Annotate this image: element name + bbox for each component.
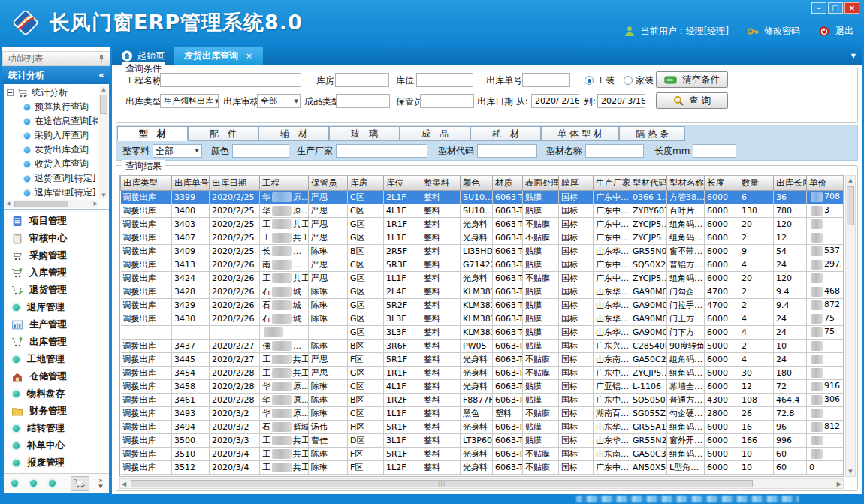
material-tab[interactable]: 配 件 <box>188 126 258 141</box>
color-input[interactable] <box>232 144 289 158</box>
material-tab[interactable]: 成 品 <box>400 126 470 141</box>
column-header[interactable]: 出库长度 <box>774 176 807 190</box>
scroll-thumb[interactable]: ||| <box>131 480 753 487</box>
column-header[interactable]: 型材代码 <box>630 176 667 190</box>
scroll-thumb[interactable] <box>847 186 854 225</box>
search-button[interactable]: 查 询 <box>656 92 728 109</box>
scroll-thumb[interactable] <box>100 95 107 114</box>
table-row[interactable]: 调拨出库34542020/2/28工共工程严思G区1R1F整料光身料6063-T… <box>121 366 844 379</box>
column-header[interactable]: 材质 <box>493 176 523 190</box>
scroll-right-icon[interactable]: ▶ <box>837 481 841 487</box>
sidebar-menu-item[interactable]: 退库管理 <box>4 299 109 316</box>
column-header[interactable]: 单价 <box>807 176 841 190</box>
tree-item[interactable]: 采购入库查询 <box>7 128 98 143</box>
warehouse-input[interactable] <box>335 73 389 87</box>
scroll-left-icon[interactable]: ◀ <box>122 481 126 487</box>
sidebar-menu-item[interactable]: 补单中心 <box>4 437 109 454</box>
tab-shipping-outbound-query[interactable]: 发货出库查询 × <box>174 47 263 65</box>
table-row[interactable]: 调拨出库34372020/2/27佛…陈琳B区3R6F整料PW056063-T5… <box>121 339 844 352</box>
sidebar-menu-item[interactable]: 出库管理 <box>4 333 109 351</box>
table-row[interactable]: 调拨出库35122020/3/4工共工程陈琳F区1L2F整料光身料6063-T5… <box>121 460 844 474</box>
tree-item[interactable]: 预算执行查询 <box>7 100 98 114</box>
column-header[interactable]: 生产厂家 <box>594 176 630 190</box>
project-name-input[interactable] <box>160 73 301 87</box>
table-row[interactable]: 调拨出库34282020/2/26石城陈琳G区2L4F整料KLM38176063… <box>121 285 844 298</box>
table-row[interactable]: 调拨出库34242020/2/26工共工程严思G区1L1F整料光身料6063-T… <box>121 271 844 285</box>
column-header[interactable]: 出库日期 <box>210 176 260 190</box>
length-input[interactable] <box>693 144 736 158</box>
table-row[interactable]: 调拨出库34132020/2/26南…严思C区5R3F整料G714226063-… <box>121 258 844 271</box>
sidebar-section-header[interactable]: 统计分析 « <box>2 66 110 84</box>
close-button[interactable]: × <box>844 2 859 14</box>
sidebar-menu-item[interactable]: 仓储管理 <box>4 368 109 385</box>
column-header[interactable]: 库房 <box>348 176 384 190</box>
tree-horizontal-scrollbar[interactable]: ◀ ▶ <box>5 200 98 208</box>
zl-select[interactable]: 全部▼ <box>153 144 202 158</box>
clear-conditions-button[interactable]: 清空条件 <box>656 71 728 88</box>
sidebar-menu-item[interactable]: 审核中心 <box>4 230 109 247</box>
radio-work-install[interactable]: 工装 <box>585 73 615 88</box>
dot-icon[interactable] <box>29 478 38 488</box>
product-type-input[interactable] <box>336 94 390 108</box>
tab-overflow-caret-icon[interactable]: ▼ <box>851 53 862 59</box>
scroll-thumb[interactable] <box>14 201 68 207</box>
column-header[interactable]: 金额 <box>841 176 844 190</box>
sidebar-menu-item[interactable]: 项目管理 <box>4 213 109 230</box>
tree-root[interactable]: 统计分析 <box>7 86 98 100</box>
table-row[interactable]: 调拨出库34002020/2/25华原…严思C区4L1F整料SU10…6063-… <box>121 204 844 217</box>
pin-icon[interactable] <box>98 54 105 63</box>
dot-icon[interactable] <box>47 478 57 488</box>
material-tab[interactable]: 隔 热 条 <box>619 126 685 141</box>
tree-item[interactable]: 发货出库查询 <box>7 143 98 157</box>
tree-item[interactable]: 收货入库查询 <box>7 157 98 171</box>
column-header[interactable]: 出库单号 <box>172 176 210 190</box>
manufacturer-input[interactable] <box>336 144 427 158</box>
scroll-down-icon[interactable]: ▼ <box>846 469 855 475</box>
date-to-select[interactable]: 2020/ 3/16▼ <box>597 94 645 108</box>
maximize-button[interactable]: □ <box>828 2 843 14</box>
out-type-select[interactable]: 生产领料出库▼ <box>160 94 219 108</box>
scroll-right-icon[interactable]: ▶ <box>94 201 98 207</box>
sidebar-menu-item[interactable]: 财务管理 <box>4 403 109 420</box>
table-header-row[interactable]: 出库类型出库单号出库日期工程保管员库房库位整零料颜色材质表面处理膜厚生产厂家型材… <box>121 176 844 190</box>
keeper-input[interactable] <box>420 94 474 108</box>
scroll-down-icon[interactable]: ▼ <box>99 192 108 198</box>
table-row[interactable]: 调拨出库33992020/2/25华原…严思C区2L1F整料SU10…6063-… <box>121 190 844 204</box>
column-header[interactable]: 膜厚 <box>559 176 594 190</box>
dot-icon[interactable] <box>10 478 20 488</box>
column-header[interactable]: 出库类型 <box>121 176 172 190</box>
table-row[interactable]: 调拨出库34032020/2/25工共工程严思G区1R1F整料光身料6063-T… <box>121 217 844 231</box>
scroll-up-icon[interactable]: ▲ <box>846 177 855 183</box>
column-header[interactable]: 数量 <box>739 176 774 190</box>
table-row[interactable]: 调拨出库34072020/2/25工共工程严思G区1L1F整料光身料6063-T… <box>121 231 844 244</box>
column-header[interactable]: 保管员 <box>309 176 348 190</box>
sidebar-menu-item[interactable]: 工地管理 <box>4 351 109 368</box>
material-tab[interactable]: 单 体 型 材 <box>541 126 619 141</box>
table-row[interactable]: 调拨出库34292020/2/26石城陈琳G区5R2F整料KLM38176063… <box>121 298 844 312</box>
material-tab[interactable]: 耗 材 <box>470 126 541 141</box>
tree-item[interactable]: 退货查询[待定] <box>7 171 98 186</box>
minimize-button[interactable]: – <box>811 2 826 14</box>
table-row[interactable]: 调拨出库34932020/3/2华原…陈琳C区1L1F整料黑色塑料不贴膜国标湖南… <box>121 406 844 420</box>
date-from-select[interactable]: 2020/ 2/16▼ <box>531 94 579 108</box>
column-header[interactable]: 颜色 <box>461 176 493 190</box>
tree-item[interactable]: 在途信息查询[待 <box>7 114 98 128</box>
tree-vertical-scrollbar[interactable]: ▲ ▼ <box>99 86 108 199</box>
order-no-input[interactable] <box>522 73 570 87</box>
material-tab[interactable]: 辅 材 <box>258 126 329 141</box>
audit-select[interactable]: 全部▼ <box>257 94 301 108</box>
column-header[interactable]: 整零料 <box>421 176 461 190</box>
scroll-up-icon[interactable]: ▲ <box>99 86 108 92</box>
column-header[interactable]: 工程 <box>260 176 309 190</box>
table-row[interactable]: 调拨出库35002020/3/3工共工程曹佳D区3L1F整料LT3P606063… <box>121 433 844 447</box>
location-input[interactable] <box>416 73 473 87</box>
collapse-chevrons-icon[interactable]: « <box>98 70 104 80</box>
tree-collapse-icon[interactable] <box>7 89 14 96</box>
column-header[interactable]: 表面处理 <box>523 176 559 190</box>
sidebar-menu-item[interactable]: 结转管理 <box>4 420 109 437</box>
table-vertical-scrollbar[interactable]: ▲ ▼ <box>845 175 856 477</box>
logout-link[interactable]: 退出 <box>835 25 853 38</box>
table-row[interactable]: 调拨出库34582020/2/28华原…陈琳C区4L1F整料光身料6063-T5… <box>121 379 844 393</box>
sidebar-menu-item[interactable]: 物料盘存 <box>4 385 109 403</box>
table-row[interactable]: G区3L3F整料KLM38176063-T5贴膜国标山东华…GA90M09.门下… <box>121 325 844 339</box>
